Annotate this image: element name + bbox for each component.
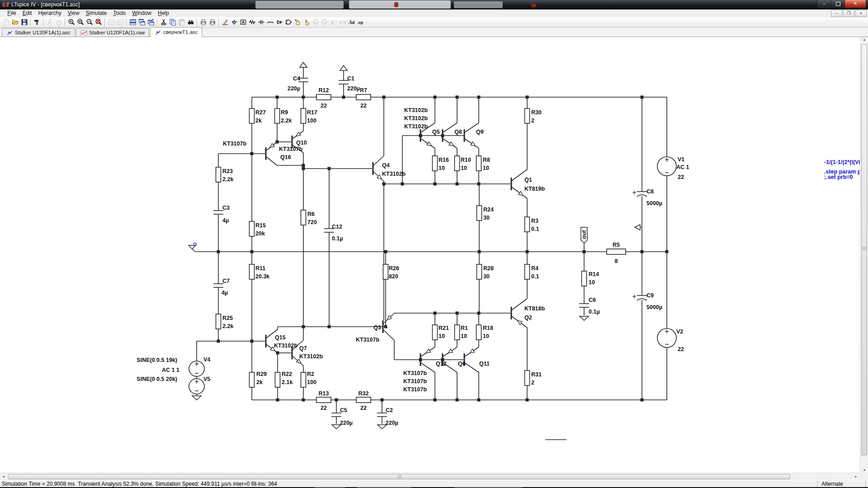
resistor-R5[interactable] — [607, 249, 626, 254]
component-label[interactable]: 10 — [439, 165, 445, 171]
component-label[interactable]: 10 — [461, 333, 467, 339]
component-label[interactable]: 2.2k — [222, 176, 233, 183]
component-label[interactable]: Q16 — [280, 154, 291, 160]
component-label[interactable]: R27 — [255, 109, 266, 116]
maximize-button[interactable] — [831, 0, 844, 8]
open-folder-button[interactable] — [11, 18, 20, 27]
component-label[interactable]: R21 — [439, 325, 449, 331]
component-label[interactable]: 2k — [256, 379, 263, 385]
component-label[interactable]: R9 — [281, 109, 288, 116]
component-label[interactable]: 5000µ — [646, 200, 662, 206]
component-label[interactable]: Q9 — [476, 129, 484, 135]
component-label[interactable]: V2 — [676, 328, 683, 335]
component-label[interactable]: SINE(0 0.5 20k) — [137, 376, 177, 382]
resistor-R4[interactable] — [525, 264, 530, 279]
zoom-extents-button[interactable] — [94, 18, 103, 27]
component-label[interactable]: C2 — [386, 407, 393, 413]
schematic-canvas[interactable]: outKT3107bQ16KT3107bQ10R272kR92.2kR17100… — [1, 37, 860, 473]
component-label[interactable]: KT3102b — [404, 107, 428, 113]
component-label[interactable]: V1 — [678, 156, 684, 163]
component-label[interactable]: 820 — [389, 273, 398, 280]
component-label[interactable]: Q15 — [275, 334, 286, 341]
resistor-R24[interactable] — [477, 206, 482, 221]
component-label[interactable]: Q1 — [524, 177, 532, 183]
zoom-area-button[interactable] — [76, 18, 85, 27]
selected-ground-flag-icon[interactable] — [189, 245, 196, 249]
print-button[interactable] — [208, 18, 217, 27]
capacitor-C3[interactable] — [213, 211, 223, 214]
power-flag-icon[interactable] — [340, 66, 347, 70]
component-label[interactable]: 0.1µ — [589, 309, 600, 315]
component-label[interactable]: C4 — [293, 75, 300, 82]
resistor-R8[interactable] — [476, 156, 481, 171]
vertical-scrollbar[interactable]: ▲ ▼ — [860, 37, 868, 473]
tab-2[interactable]: Stalker U120F1A(1).raw — [76, 28, 149, 37]
component-label[interactable]: C12 — [332, 224, 342, 230]
component-label[interactable]: R28 — [483, 265, 494, 272]
resistor-R17[interactable] — [301, 108, 306, 123]
component-label[interactable]: 2k — [255, 117, 262, 124]
resistor-R1[interactable] — [455, 325, 460, 340]
component-label[interactable]: 10 — [461, 165, 467, 171]
vertical-scroll-thumb[interactable] — [861, 44, 867, 455]
horizontal-scrollbar[interactable]: ◄ ► — [0, 473, 860, 480]
component-label[interactable]: 22 — [321, 405, 327, 411]
transistor-Q16[interactable] — [266, 142, 277, 165]
component-label[interactable]: KT3107b — [223, 141, 246, 147]
transistor-Q11[interactable] — [464, 347, 479, 372]
component-label[interactable]: R14 — [589, 271, 599, 277]
component-label[interactable]: R16 — [439, 157, 449, 163]
component-label[interactable]: R22 — [282, 371, 292, 377]
ground-button[interactable] — [230, 18, 239, 27]
cascade-arrange-button[interactable] — [146, 18, 156, 27]
component-label[interactable]: 8 — [615, 258, 618, 264]
resistor-R16[interactable] — [433, 156, 438, 171]
component-label[interactable]: C5 — [340, 407, 347, 413]
component-label[interactable]: R15 — [255, 222, 266, 229]
resistor-R12[interactable] — [316, 94, 331, 100]
component-label[interactable]: KT3107b — [279, 146, 302, 152]
component-label[interactable]: R26 — [389, 265, 399, 272]
component-label[interactable]: AC 1 1 — [162, 367, 179, 373]
resistor-R11[interactable] — [250, 264, 255, 279]
component-label[interactable]: 10 — [439, 333, 445, 339]
capacitor-C6[interactable] — [579, 304, 589, 307]
voltage-source-V1[interactable] — [657, 157, 676, 176]
port-arrow-icon[interactable] — [635, 225, 640, 230]
capacitor-button[interactable] — [257, 18, 266, 27]
component-label[interactable]: 30 — [483, 215, 490, 221]
resistor-R15[interactable] — [250, 221, 255, 236]
component-label[interactable]: R32 — [359, 390, 369, 397]
component-label[interactable]: C9 — [646, 292, 654, 299]
resistor-R27[interactable] — [250, 108, 255, 123]
component-label[interactable]: 2.1k — [282, 379, 292, 385]
component-label[interactable]: Q8 — [454, 129, 462, 135]
component-label[interactable]: SINE(0 0.5 19k) — [137, 357, 177, 363]
component-label[interactable]: Q12 — [436, 361, 447, 367]
print-preview-button[interactable] — [199, 18, 208, 27]
component-label[interactable]: 10 — [589, 279, 595, 286]
transistor-Q15[interactable] — [266, 329, 278, 353]
mdi-restore-button[interactable]: ❐ — [843, 10, 854, 17]
scroll-up-arrow[interactable]: ▲ — [860, 38, 868, 41]
spice-op-button[interactable]: .op — [356, 18, 365, 27]
transistor-Q9[interactable] — [464, 123, 479, 148]
component-label[interactable]: KT3102b — [299, 353, 323, 360]
component-label[interactable]: C8 — [646, 188, 654, 195]
component-label[interactable]: 2 — [531, 380, 534, 386]
text-aa-button[interactable]: Aa — [347, 18, 356, 27]
transistor-Q2[interactable] — [511, 299, 527, 328]
capacitor-C9[interactable] — [632, 295, 647, 300]
component-label[interactable]: R3 — [531, 218, 538, 224]
menu-tools[interactable]: Tools — [110, 9, 129, 16]
horizontal-scroll-thumb[interactable] — [8, 474, 790, 479]
wire[interactable] — [192, 249, 195, 252]
component-label[interactable]: KT3102b — [274, 343, 297, 349]
resistor-R7[interactable] — [356, 94, 371, 100]
component-label[interactable]: 22 — [360, 103, 367, 109]
net-label-button[interactable] — [239, 18, 248, 27]
wires[interactable] — [192, 67, 667, 440]
resistor-R2[interactable] — [301, 372, 306, 387]
component-label[interactable]: 0.1 — [531, 273, 539, 280]
ground-icon[interactable] — [332, 425, 341, 429]
